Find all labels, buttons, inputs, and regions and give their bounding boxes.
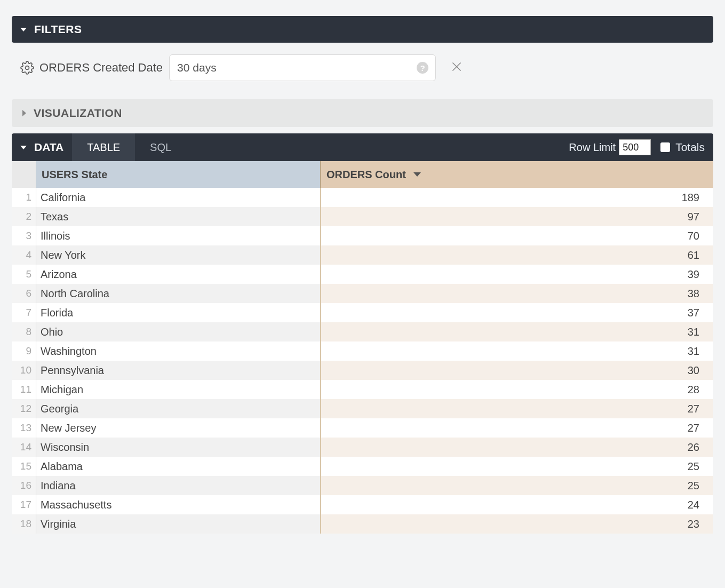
cell-state[interactable]: New Jersey xyxy=(36,418,321,438)
cell-count[interactable]: 61 xyxy=(321,245,713,265)
table-row: 9Washington31 xyxy=(12,341,713,361)
cell-state[interactable]: Indiana xyxy=(36,476,321,495)
filter-label: ORDERS Created Date xyxy=(39,61,163,75)
data-header: DATA TABLESQL Row Limit Totals xyxy=(12,133,713,161)
totals-toggle[interactable]: Totals xyxy=(660,133,713,161)
filters-title: FILTERS xyxy=(34,23,82,36)
cell-count[interactable]: 27 xyxy=(321,418,713,438)
cell-count[interactable]: 25 xyxy=(321,476,713,495)
cell-state[interactable]: Arizona xyxy=(36,265,321,284)
cell-count[interactable]: 39 xyxy=(321,265,713,284)
row-number: 4 xyxy=(12,245,36,265)
cell-count[interactable]: 24 xyxy=(321,495,713,514)
cell-count[interactable]: 30 xyxy=(321,361,713,380)
checkbox-icon xyxy=(660,142,670,152)
table-row: 5Arizona39 xyxy=(12,265,713,284)
data-tabs: TABLESQL xyxy=(72,133,186,161)
table-row: 13New Jersey27 xyxy=(12,418,713,438)
table-body: 1California1892Texas973Illinois704New Yo… xyxy=(12,188,713,534)
svg-point-0 xyxy=(26,66,29,70)
cell-state[interactable]: New York xyxy=(36,245,321,265)
column-header-label: USERS State xyxy=(42,169,107,181)
table-row: 8Ohio31 xyxy=(12,322,713,341)
remove-filter-button[interactable] xyxy=(450,60,464,76)
tab-sql[interactable]: SQL xyxy=(135,133,186,161)
table-row: 12Georgia27 xyxy=(12,399,713,418)
cell-state[interactable]: Illinois xyxy=(36,226,321,245)
table-row: 15Alabama25 xyxy=(12,457,713,476)
tab-table[interactable]: TABLE xyxy=(72,133,135,161)
caret-right-icon xyxy=(22,110,26,116)
cell-state[interactable]: Michigan xyxy=(36,380,321,399)
cell-state[interactable]: Wisconsin xyxy=(36,438,321,457)
filter-value-input[interactable] xyxy=(169,54,436,81)
table-row: 17Massachusetts24 xyxy=(12,495,713,514)
cell-state[interactable]: Ohio xyxy=(36,322,321,341)
row-number: 15 xyxy=(12,457,36,476)
cell-count[interactable]: 25 xyxy=(321,457,713,476)
cell-state[interactable]: California xyxy=(36,188,321,207)
column-header-count[interactable]: ORDERS Count xyxy=(321,161,713,188)
table-row: 7Florida37 xyxy=(12,303,713,322)
cell-state[interactable]: Georgia xyxy=(36,399,321,418)
row-number: 14 xyxy=(12,438,36,457)
visualization-header[interactable]: VISUALIZATION xyxy=(12,99,713,127)
row-number: 3 xyxy=(12,226,36,245)
cell-count[interactable]: 38 xyxy=(321,284,713,303)
sort-desc-icon xyxy=(413,172,421,177)
cell-count[interactable]: 23 xyxy=(321,514,713,534)
column-header-state[interactable]: USERS State xyxy=(36,161,321,188)
table-row: 10Pennsylvania30 xyxy=(12,361,713,380)
table-row: 11Michigan28 xyxy=(12,380,713,399)
cell-count[interactable]: 31 xyxy=(321,341,713,361)
table-row: 16Indiana25 xyxy=(12,476,713,495)
cell-count[interactable]: 37 xyxy=(321,303,713,322)
cell-state[interactable]: Massachusetts xyxy=(36,495,321,514)
row-number: 16 xyxy=(12,476,36,495)
row-number: 7 xyxy=(12,303,36,322)
row-number: 6 xyxy=(12,284,36,303)
cell-state[interactable]: Washington xyxy=(36,341,321,361)
filters-header[interactable]: FILTERS xyxy=(12,16,713,43)
table-header-row: USERS State ORDERS Count xyxy=(12,161,713,188)
cell-count[interactable]: 26 xyxy=(321,438,713,457)
row-number: 2 xyxy=(12,207,36,226)
table-row: 1California189 xyxy=(12,188,713,207)
row-number-header xyxy=(12,161,36,188)
totals-label: Totals xyxy=(675,141,705,154)
row-number: 17 xyxy=(12,495,36,514)
data-header-toggle[interactable]: DATA xyxy=(12,133,72,161)
gear-icon[interactable] xyxy=(20,61,34,75)
cell-state[interactable]: Texas xyxy=(36,207,321,226)
row-number: 5 xyxy=(12,265,36,284)
cell-count[interactable]: 97 xyxy=(321,207,713,226)
row-number: 13 xyxy=(12,418,36,438)
cell-count[interactable]: 27 xyxy=(321,399,713,418)
cell-state[interactable]: North Carolina xyxy=(36,284,321,303)
row-number: 9 xyxy=(12,341,36,361)
table-row: 6North Carolina38 xyxy=(12,284,713,303)
row-number: 1 xyxy=(12,188,36,207)
row-number: 12 xyxy=(12,399,36,418)
close-icon xyxy=(450,60,464,74)
cell-count[interactable]: 31 xyxy=(321,322,713,341)
filter-row: ORDERS Created Date ? xyxy=(12,43,713,93)
cell-state[interactable]: Alabama xyxy=(36,457,321,476)
cell-state[interactable]: Virginia xyxy=(36,514,321,534)
results-table: USERS State ORDERS Count 1California1892… xyxy=(12,161,713,534)
cell-count[interactable]: 189 xyxy=(321,188,713,207)
table-row: 14Wisconsin26 xyxy=(12,438,713,457)
data-title: DATA xyxy=(34,141,63,154)
table-row: 18Virginia23 xyxy=(12,514,713,534)
row-limit-input[interactable] xyxy=(619,139,651,155)
cell-count[interactable]: 28 xyxy=(321,380,713,399)
column-header-label: ORDERS Count xyxy=(326,169,406,181)
cell-state[interactable]: Florida xyxy=(36,303,321,322)
filter-input-wrap: ? xyxy=(169,54,436,81)
help-icon[interactable]: ? xyxy=(417,62,428,74)
visualization-title: VISUALIZATION xyxy=(34,107,122,120)
cell-count[interactable]: 70 xyxy=(321,226,713,245)
cell-state[interactable]: Pennsylvania xyxy=(36,361,321,380)
row-number: 18 xyxy=(12,514,36,534)
row-number: 11 xyxy=(12,380,36,399)
